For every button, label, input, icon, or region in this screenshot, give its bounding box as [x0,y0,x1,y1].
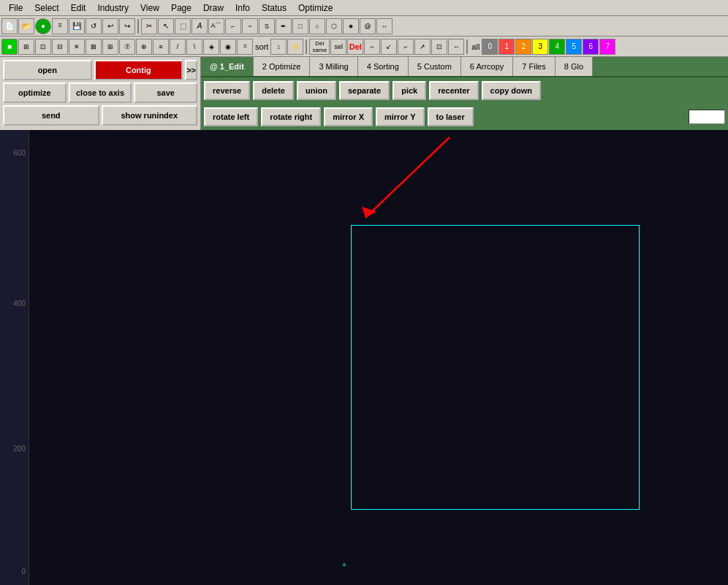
tb-new[interactable]: 📄 [1,18,18,34]
toolbar-1: 📄 📂 ● ⠿ 💾 ↺ ↩ ↪ ✂ ↖ ⬚ A A⌒ ⌐ ~ S ✒ □ ○ ⬡… [0,16,728,37]
tb2-diag1[interactable]: / [170,39,186,55]
tb2-num1[interactable]: 1 [498,39,515,55]
tb2-del-same[interactable]: Delsame [309,39,330,55]
tb2-green[interactable]: ■ [1,39,18,55]
tab-optimize[interactable]: 2 Optimize [254,57,311,76]
config-button[interactable]: Contig [94,60,183,80]
tb-rect[interactable]: □ [292,18,308,34]
tb2-b9[interactable]: ⌗ [237,39,253,55]
tab-edit[interactable]: @ 1_Edit [201,57,254,76]
tb2-num0[interactable]: 0 [482,39,498,55]
tb-star[interactable]: ★ [343,18,359,34]
show-runindex-button[interactable]: show runindex [102,105,198,126]
tb2-b13[interactable]: ↗ [414,39,431,55]
tb2-lines[interactable]: ≡ [153,39,169,55]
tb2-circle7[interactable]: ⑦ [119,39,135,55]
tb-pen[interactable]: ✒ [276,18,292,34]
menu-edit[interactable]: Select [29,1,64,15]
tb-node[interactable]: ⌐ [225,18,241,34]
tb-cut[interactable]: ✂ [141,18,157,34]
separate-button[interactable]: separate [339,81,390,100]
tb2-b14[interactable]: ⊡ [431,39,447,55]
tb-circle[interactable]: ○ [309,18,325,34]
step-input[interactable] [689,110,725,124]
menu-industry[interactable]: Industry [91,1,134,15]
tab-custom[interactable]: 5 Custom [409,57,461,76]
send-button[interactable]: send [3,105,99,126]
tb-select-arrow[interactable]: ↖ [158,18,174,34]
copy-down-button[interactable]: copy down [482,81,541,100]
save-button[interactable]: save [134,83,197,103]
menu-select[interactable]: Edit [65,1,92,15]
menu-file[interactable]: File [3,1,29,15]
delete-button[interactable]: delete [253,81,294,100]
tb2-b5[interactable]: ⊠ [86,39,102,55]
tb2-b2[interactable]: ⊡ [35,39,51,55]
optimize-button[interactable]: optimize [3,83,67,103]
tb2-sort1[interactable]: ↕ [270,39,287,55]
draw-area[interactable]: + [29,130,728,585]
tb-arc-text[interactable]: A⌒ [208,18,224,34]
close-axis-button[interactable]: close to axis [69,83,132,103]
tb-polygon[interactable]: ⬡ [326,18,342,34]
tb-save[interactable]: 💾 [69,18,85,34]
tb-green-circle[interactable]: ● [35,18,51,34]
tb2-b6[interactable]: ⊞ [102,39,118,55]
nav-button[interactable]: >> [185,60,197,80]
tb2-b8[interactable]: ◉ [220,39,236,55]
tb-revert[interactable]: ↺ [86,18,102,34]
tb-bezier[interactable]: S [259,18,275,34]
tb2-del[interactable]: Del [347,39,363,55]
rotate-right-button[interactable]: rotate right [261,107,321,126]
open-button[interactable]: open [3,60,92,80]
tb2-b11[interactable]: ↙ [381,39,397,55]
tb2-num7[interactable]: 7 [599,39,615,55]
tb-spiral[interactable]: @ [360,18,376,34]
tb-dots[interactable]: ⠿ [52,18,68,34]
mirror-y-button[interactable]: mirror Y [376,107,425,126]
tab-arrcopy[interactable]: 6 Arrcopy [461,57,513,76]
tb2-num5[interactable]: 5 [566,39,582,55]
menu-info[interactable]: Info [230,1,256,15]
tb-open[interactable]: 📂 [18,18,34,34]
tb-redo[interactable]: ↪ [119,18,135,34]
recenter-button[interactable]: recenter [429,81,478,100]
union-button[interactable]: union [297,81,336,100]
tb2-b10[interactable]: ⌐ [364,39,380,55]
menu-view[interactable]: View [134,1,165,15]
tab-milling[interactable]: 3 Milling [310,57,357,76]
reverse-button[interactable]: reverse [204,81,250,100]
tb2-b15[interactable]: ↔ [448,39,464,55]
tb2-num6[interactable]: 6 [583,39,599,55]
pick-button[interactable]: pick [393,81,426,100]
tb2-b1[interactable]: ⊞ [18,39,34,55]
tb-undo[interactable]: ↩ [102,18,118,34]
tb2-b4[interactable]: ✕ [69,39,85,55]
tb2-target[interactable]: ⊕ [136,39,152,55]
to-laser-button[interactable]: to laser [428,107,474,126]
tb2-diag2[interactable]: \ [186,39,202,55]
canvas-area[interactable]: 600 400 200 0 + [0,130,728,585]
tb-text[interactable]: A [192,18,208,34]
tb2-b7[interactable]: ◈ [203,39,219,55]
tab-sorting[interactable]: 4 Sorting [358,57,409,76]
tb2-num3[interactable]: 3 [532,39,548,55]
tb2-b3[interactable]: ⊟ [52,39,68,55]
menu-draw[interactable]: Draw [197,1,230,15]
menu-page[interactable]: Page [165,1,197,15]
rotate-left-button[interactable]: rotate left [204,107,258,126]
tab-glo[interactable]: 8 Glo [556,57,593,76]
menu-status[interactable]: Status [256,1,292,15]
sort-label: sort [254,42,270,51]
tb-dim[interactable]: ↔ [376,18,393,34]
tb2-sel[interactable]: sel [330,39,346,55]
menu-optimize[interactable]: Optimize [292,1,338,15]
tb2-num4[interactable]: 4 [549,39,565,55]
tb2-sort2[interactable]: ⚡ [287,39,303,55]
tb-select-box[interactable]: ⬚ [175,18,191,34]
tb2-b12[interactable]: ⌐ [398,39,414,55]
tab-files[interactable]: 7 Files [513,57,555,76]
tb2-num2[interactable]: 2 [515,39,531,55]
mirror-x-button[interactable]: mirror X [324,107,373,126]
tb-freehand[interactable]: ~ [242,18,258,34]
